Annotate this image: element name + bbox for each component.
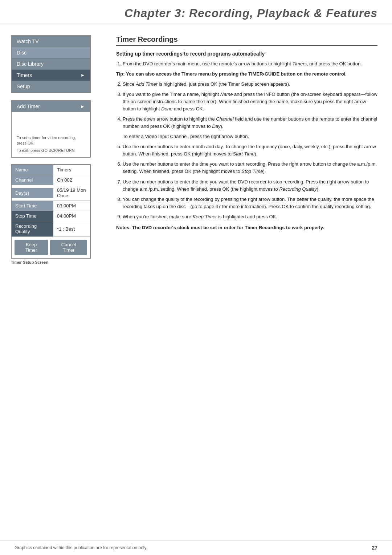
left-panel: Watch TV Disc Disc Library Timers ► Setu… xyxy=(11,35,105,264)
timer-label-start-time: Start Time xyxy=(12,201,53,211)
menu-item-label: Timers xyxy=(17,72,32,78)
step-9: When you're finished, make sure Keep Tim… xyxy=(123,213,377,220)
step-4: Press the down arrow button to highlight… xyxy=(123,116,377,130)
keep-timer-button[interactable]: Keep Timer xyxy=(15,240,48,255)
menu-item-label: Disc Library xyxy=(17,61,44,67)
step-2: Since Add Timer is highlighted, just pre… xyxy=(123,81,377,88)
page-header: Chapter 3: Recording, Playback & Feature… xyxy=(0,0,392,24)
arrow-icon: ► xyxy=(81,73,85,78)
timer-setup-buttons: Keep Timer Cancel Timer xyxy=(12,237,90,258)
page-footer: Graphics contained within this publicati… xyxy=(0,540,392,555)
panel-note-line2: To exit, press GO BCK/RETURN xyxy=(17,148,85,153)
add-timer-arrow-icon: ► xyxy=(80,104,85,109)
menu-item-label: Watch TV xyxy=(17,39,39,44)
step-5: Use the number buttons to enter month an… xyxy=(123,143,377,158)
tv-menu: Watch TV Disc Disc Library Timers ► Setu… xyxy=(11,35,91,93)
menu-item-watch-tv[interactable]: Watch TV xyxy=(12,36,90,47)
timer-value-name: Timers xyxy=(53,165,90,175)
timer-value-start-time: 03:00PM xyxy=(53,201,90,211)
step-8: You can change the quality of the record… xyxy=(123,196,377,210)
timer-setup-caption: Timer Setup Screen xyxy=(11,260,105,264)
footer-text: Graphics contained within this publicati… xyxy=(15,545,147,550)
timer-row-days: Day(s) 05/19 19 Mon Once xyxy=(12,185,90,201)
cancel-timer-button[interactable]: Cancel Timer xyxy=(50,240,87,255)
add-timer-body: To set a timer for video recording, pres… xyxy=(12,112,90,157)
timer-row-channel: Channel Ch 002 xyxy=(12,175,90,185)
timer-label-name: Name xyxy=(12,165,53,175)
panel-note-line1: To set a timer for video recording, pres… xyxy=(17,135,85,146)
timer-setup-screen: Name Timers Channel Ch 002 Day(s) 05/19 … xyxy=(11,164,91,259)
timer-label-channel: Channel xyxy=(12,175,53,185)
timer-value-days: 05/19 19 Mon Once xyxy=(53,185,90,200)
right-panel: Timer Recordings Setting up timer record… xyxy=(116,35,377,264)
timer-row-stop-time: Stop Time 04:00PM xyxy=(12,211,90,221)
step-6: Use the number buttons to enter the time… xyxy=(123,161,377,175)
add-timer-panel: Add Timer ► To set a timer for video rec… xyxy=(11,100,91,158)
step-1: From the DVD recorder's main menu, use t… xyxy=(123,60,377,68)
timer-value-stop-time: 04:00PM xyxy=(53,211,90,221)
timer-row-recording-quality: Recording Quality *1 : Best xyxy=(12,221,90,237)
add-timer-header: Add Timer ► xyxy=(12,101,90,112)
step-3: If you want to give the Timer a name, hi… xyxy=(123,91,377,113)
main-content: Watch TV Disc Disc Library Timers ► Setu… xyxy=(0,24,392,275)
timer-value-recording-quality: *1 : Best xyxy=(53,224,90,234)
timer-label-days: Day(s) xyxy=(12,188,53,198)
timer-label-stop-time: Stop Time xyxy=(12,211,53,221)
timer-row-start-time: Start Time 03:00PM xyxy=(12,201,90,211)
menu-item-disc-library[interactable]: Disc Library xyxy=(12,58,90,70)
add-timer-label: Add Timer xyxy=(17,104,40,109)
menu-item-disc[interactable]: Disc xyxy=(12,47,90,58)
indent-note-video-input: To enter a Video Input Channel, press th… xyxy=(123,133,377,140)
chapter-title: Chapter 3: Recording, Playback & Feature… xyxy=(15,7,377,20)
step-7: Use the number buttons to enter the time… xyxy=(123,178,377,193)
instructions: From the DVD recorder's main menu, use t… xyxy=(116,60,377,231)
subsection-title: Setting up timer recordings to record pr… xyxy=(116,51,377,57)
menu-item-timers[interactable]: Timers ► xyxy=(12,70,90,81)
tip-block: Tip: You can also access the Timers menu… xyxy=(116,70,377,78)
timer-row-name: Name Timers xyxy=(12,165,90,175)
menu-item-label: Disc xyxy=(17,50,26,56)
timer-value-channel: Ch 002 xyxy=(53,175,90,185)
page-number: 27 xyxy=(372,545,377,551)
menu-item-label: Setup xyxy=(17,84,30,89)
final-note: Notes: The DVD recorder's clock must be … xyxy=(116,224,377,231)
section-title: Timer Recordings xyxy=(116,35,377,46)
menu-item-setup[interactable]: Setup xyxy=(12,81,90,92)
timer-label-recording-quality: Recording Quality xyxy=(12,221,53,236)
